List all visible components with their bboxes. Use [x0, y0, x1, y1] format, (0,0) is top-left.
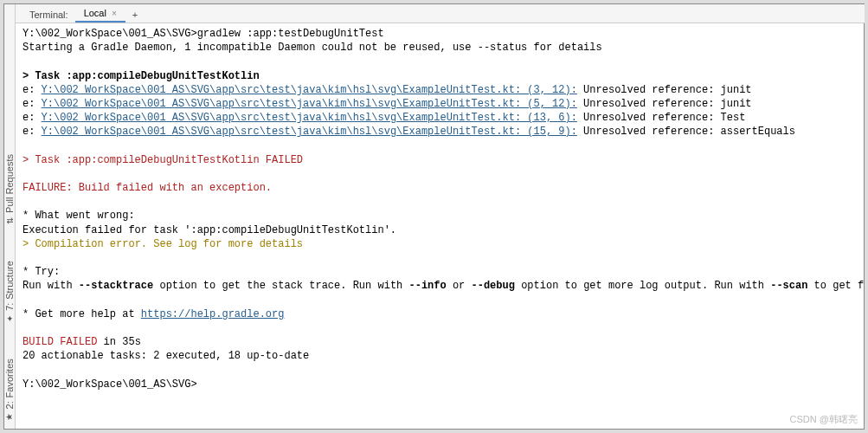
error-path-link[interactable]: Y:\002_WorkSpace\001_AS\SVG\app\src\test… [42, 112, 577, 124]
star-icon: ★ [5, 413, 15, 421]
tool-rail: ⇅ Pull Requests ✦ 7: Structure ★ 2: Favo… [4, 4, 16, 429]
build-failed: BUILD FAILED [23, 336, 97, 348]
tab-title: Local [84, 8, 106, 18]
rail-favorites[interactable]: ★ 2: Favorites [4, 359, 15, 422]
terminal-output[interactable]: Y:\002_WorkSpace\001_AS\SVG>gradlew :app… [16, 23, 868, 429]
rail-label: Pull Requests [4, 154, 15, 213]
task-name: :app:compileDebugUnitTestKotlin [66, 70, 259, 82]
add-tab-button[interactable]: + [125, 7, 145, 23]
error-message: Unresolved reference: junit [577, 84, 752, 96]
rail-label: Favorites [4, 359, 15, 397]
command: gradlew :app:testDebugUnitTest [197, 28, 384, 40]
tab-local[interactable]: Local × [75, 5, 125, 23]
error-prefix: e: [23, 126, 42, 138]
error-message: Unresolved reference: assertEquals [577, 126, 795, 138]
rail-pull-requests[interactable]: ⇅ Pull Requests [4, 154, 15, 226]
structure-icon: ✦ [5, 315, 15, 322]
rail-num: 2: [4, 401, 15, 409]
try-label: * Try: [23, 265, 868, 279]
prompt: Y:\002_WorkSpace\001_AS\SVG> [23, 28, 197, 40]
build-time: in 35s [97, 336, 140, 348]
error-message: Unresolved reference: junit [577, 98, 752, 110]
rail-num: 7: [4, 302, 15, 310]
rail-structure[interactable]: ✦ 7: Structure [4, 261, 15, 324]
exec-failed: Execution failed for task ':app:compileD… [23, 223, 868, 237]
error-path-link[interactable]: Y:\002_WorkSpace\001_AS\SVG\app\src\test… [42, 126, 577, 138]
compile-err: Compilation error. See log for more deta… [35, 238, 303, 250]
output-line: Starting a Gradle Daemon, 1 incompatible… [23, 41, 868, 55]
rail-label: Structure [4, 261, 15, 300]
what-wrong: * What went wrong: [23, 209, 868, 223]
error-path-link[interactable]: Y:\002_WorkSpace\001_AS\SVG\app\src\test… [42, 84, 577, 96]
error-prefix: e: [23, 98, 42, 110]
terminal-label: Terminal: [23, 7, 75, 23]
error-message: Unresolved reference: Test [577, 112, 745, 124]
help-prefix: * Get more help at [23, 308, 141, 320]
error-prefix: e: [23, 84, 42, 96]
try-line: Run with --stacktrace option to get the … [23, 279, 868, 293]
terminal-tabbar: Terminal: Local × + [16, 4, 868, 23]
compile-err-prefix: > [23, 238, 35, 250]
task-prefix: > Task [23, 70, 66, 82]
error-prefix: e: [23, 112, 42, 124]
task-failed-line: > Task :app:compileDebugUnitTestKotlin F… [23, 153, 868, 167]
help-link[interactable]: https://help.gradle.org [141, 308, 285, 320]
actionable-line: 20 actionable tasks: 2 executed, 18 up-t… [23, 349, 868, 363]
failure-line: FAILURE: Build failed with an exception. [23, 181, 868, 195]
close-icon[interactable]: × [112, 9, 117, 18]
error-path-link[interactable]: Y:\002_WorkSpace\001_AS\SVG\app\src\test… [42, 98, 577, 110]
pull-requests-icon: ⇅ [5, 217, 15, 224]
watermark: CSDN @韩曙亮 [790, 413, 858, 426]
error-line: e: Y:\002_WorkSpace\001_AS\SVG\app\src\t… [23, 125, 868, 139]
error-line: e: Y:\002_WorkSpace\001_AS\SVG\app\src\t… [23, 111, 868, 125]
prompt: Y:\002_WorkSpace\001_AS\SVG> [23, 378, 868, 391]
error-line: e: Y:\002_WorkSpace\001_AS\SVG\app\src\t… [23, 97, 868, 111]
error-line: e: Y:\002_WorkSpace\001_AS\SVG\app\src\t… [23, 83, 868, 97]
